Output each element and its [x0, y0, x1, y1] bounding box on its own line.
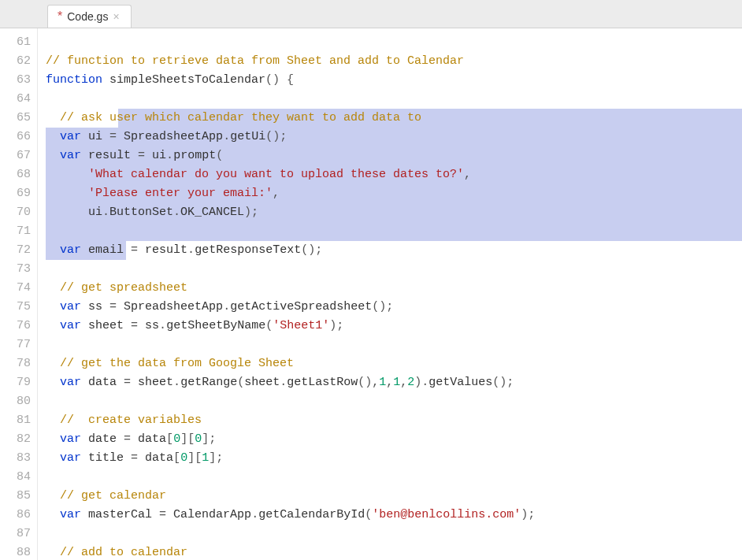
line-number: 65: [0, 109, 31, 128]
code-token: [46, 432, 60, 446]
code-token: .: [173, 206, 180, 219]
line-number: 80: [0, 392, 31, 411]
code-token: =: [124, 432, 138, 446]
line-number: 69: [0, 184, 31, 203]
code-token: sheet: [88, 319, 124, 332]
line-number: 68: [0, 165, 31, 184]
code-token: 2: [407, 376, 414, 389]
code-token: [46, 489, 60, 503]
tab-bar: * Code.gs ×: [0, 0, 742, 28]
code-token: var: [60, 130, 81, 143]
line-number: 76: [0, 317, 31, 336]
code-token: [102, 130, 109, 143]
code-line[interactable]: // add to calendar: [46, 543, 742, 560]
code-line[interactable]: var masterCal = CalendarApp.getCalendarB…: [46, 506, 742, 525]
code-line[interactable]: // ask user which calendar they want to …: [46, 109, 742, 128]
code-token: function: [46, 73, 102, 87]
code-token: [81, 300, 88, 313]
code-token: =: [131, 319, 145, 332]
line-number: 70: [0, 203, 31, 222]
code-token: [124, 243, 131, 257]
code-token: ).: [414, 376, 429, 389]
code-token: [46, 319, 60, 332]
code-token: [46, 357, 60, 370]
code-token: ][: [180, 432, 195, 446]
code-token: (),: [358, 376, 379, 389]
code-token: [46, 168, 88, 181]
code-line[interactable]: [46, 525, 742, 543]
code-line[interactable]: var sheet = ss.getSheetByName('Sheet1');: [46, 317, 742, 336]
line-number: 87: [0, 525, 31, 543]
tab-code-gs[interactable]: * Code.gs ×: [47, 5, 132, 28]
code-line[interactable]: // get the data from Google Sheet: [46, 354, 742, 373]
code-line[interactable]: var data = sheet.getRange(sheet.getLastR…: [46, 373, 742, 392]
line-number: 86: [0, 506, 31, 525]
code-token: getSheetByName: [166, 319, 265, 332]
code-line[interactable]: // function to retrieve data from Sheet …: [46, 52, 742, 71]
code-token: [46, 300, 60, 313]
text-selection: [46, 222, 742, 241]
line-number: 71: [0, 222, 31, 241]
code-token: );: [329, 319, 343, 332]
code-token: [102, 73, 109, 87]
code-line[interactable]: [46, 392, 742, 411]
code-token: var: [60, 451, 81, 465]
code-token: [81, 432, 88, 446]
code-line[interactable]: function simpleSheetsToCalendar() {: [46, 71, 742, 90]
code-token: =: [138, 149, 152, 162]
code-token: ui: [152, 149, 166, 162]
code-line[interactable]: var ui = SpreadsheetApp.getUi();: [46, 128, 742, 146]
code-line[interactable]: [46, 336, 742, 354]
code-token: result: [88, 149, 131, 162]
code-token: () {: [265, 73, 294, 87]
code-line[interactable]: ui.ButtonSet.OK_CANCEL);: [46, 203, 742, 222]
code-line[interactable]: // create variables: [46, 411, 742, 430]
code-token: data: [138, 432, 166, 446]
code-token: =: [109, 130, 124, 143]
code-line[interactable]: // get spreadsheet: [46, 279, 742, 298]
code-line[interactable]: [46, 90, 742, 109]
code-token: ][: [187, 451, 202, 465]
code-token: );: [244, 206, 258, 219]
code-token: [46, 376, 60, 389]
code-token: .: [223, 130, 230, 143]
code-line[interactable]: var email = result.getResponseText();: [46, 241, 742, 260]
unsaved-indicator-icon: *: [58, 13, 62, 20]
code-line[interactable]: var result = ui.prompt(: [46, 146, 742, 165]
code-token: ();: [372, 300, 393, 313]
code-line[interactable]: [46, 260, 742, 279]
code-token: var: [60, 243, 81, 257]
code-token: [: [173, 451, 180, 465]
code-line[interactable]: var date = data[0][0];: [46, 430, 742, 449]
code-token: =: [124, 376, 138, 389]
code-token: [117, 376, 124, 389]
code-token: [81, 130, 88, 143]
line-number: 81: [0, 411, 31, 430]
code-area[interactable]: // function to retrieve data from Sheet …: [38, 28, 742, 560]
code-line[interactable]: [46, 33, 742, 52]
code-token: // create variables: [60, 414, 202, 427]
code-line[interactable]: 'Please enter your email:',: [46, 184, 742, 203]
code-token: simpleSheetsToCalendar: [109, 73, 265, 87]
code-token: ui: [88, 130, 102, 143]
code-token: var: [60, 508, 81, 521]
code-line[interactable]: var ss = SpreadsheetApp.getActiveSpreads…: [46, 298, 742, 317]
code-token: (: [216, 149, 223, 162]
code-token: [81, 508, 88, 521]
code-token: [102, 300, 109, 313]
code-line[interactable]: [46, 468, 742, 487]
code-token: 'What calendar do you want to upload the…: [88, 168, 464, 181]
code-token: result: [145, 243, 187, 257]
code-token: // get the data from Google Sheet: [60, 357, 294, 370]
code-line[interactable]: // get calendar: [46, 487, 742, 506]
close-icon[interactable]: ×: [113, 10, 119, 23]
code-token: 0: [180, 451, 187, 465]
code-token: [81, 451, 88, 465]
code-line[interactable]: [46, 222, 742, 241]
code-line[interactable]: 'What calendar do you want to upload the…: [46, 165, 742, 184]
code-token: ,: [386, 376, 393, 389]
code-token: CalendarApp: [173, 508, 251, 521]
code-token: ss: [88, 300, 102, 313]
code-line[interactable]: var title = data[0][1];: [46, 449, 742, 468]
code-token: .: [280, 376, 287, 389]
